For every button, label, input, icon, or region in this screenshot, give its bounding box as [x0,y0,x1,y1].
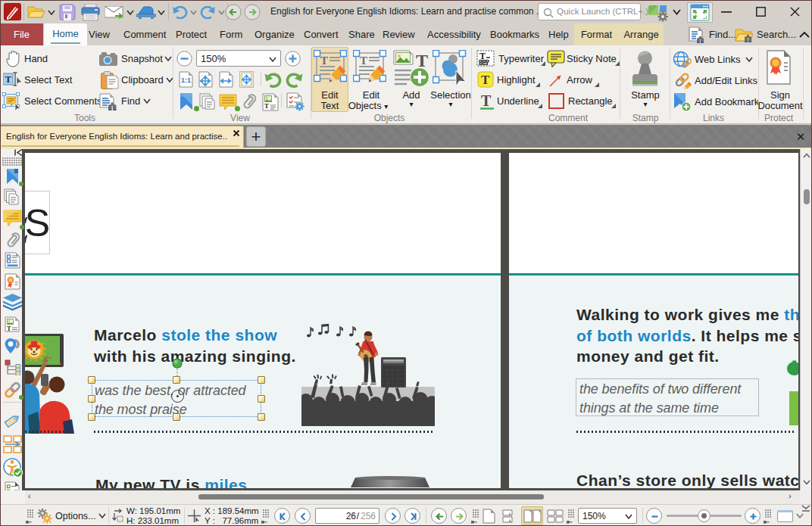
svg-text:T: T [5,73,12,85]
svg-text:T: T [7,325,11,332]
svg-text:T: T [320,54,328,67]
svg-text:T: T [264,102,269,110]
svg-text:T: T [481,92,492,109]
svg-text:1:1: 1:1 [181,76,191,84]
svg-text:T: T [479,51,486,61]
svg-text:T: T [481,73,490,87]
svg-text:T: T [416,51,428,70]
svg-text:T: T [360,54,367,67]
